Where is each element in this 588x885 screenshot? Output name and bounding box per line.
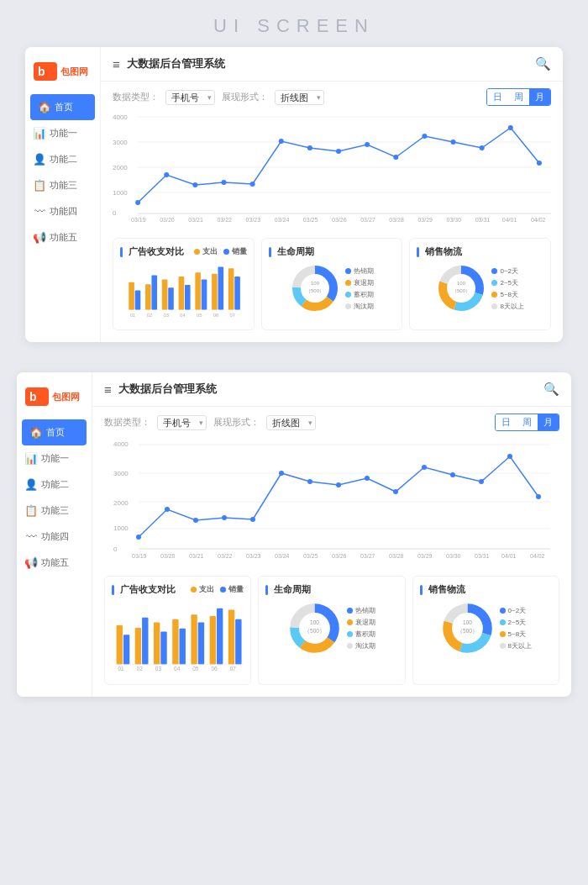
sidebar-item-func4[interactable]: 〰 功能四 [25,198,100,224]
sidebar-item-func1-2[interactable]: 📊 功能一 [17,445,92,471]
sidebar-label-func1-2: 功能一 [41,452,69,465]
svg-text:100: 100 [457,281,466,286]
svg-text:1000: 1000 [113,189,128,197]
svg-text:04/02: 04/02 [530,553,545,559]
svg-text:100: 100 [311,619,320,625]
svg-text:4000: 4000 [113,440,129,448]
tab-week[interactable]: 周 [508,89,529,105]
svg-rect-53 [218,267,224,310]
donut-chart-box-2: 销售物流 100 （500） [409,238,551,330]
search-icon-2[interactable]: 🔍 [543,381,559,398]
svg-rect-44 [145,284,151,309]
svg-text:06: 06 [213,313,218,318]
tab-month-2[interactable]: 月 [538,414,559,430]
search-icon[interactable]: 🔍 [534,55,551,72]
sidebar-label-func4-2: 功能四 [41,530,69,543]
svg-text:1000: 1000 [113,524,129,532]
svg-point-16 [250,182,255,187]
svg-text:2000: 2000 [113,499,129,507]
svg-text:03/21: 03/21 [188,217,203,222]
line-chart-area-1: 4000 3000 2000 1000 0 [101,113,563,231]
sidebar-item-func3[interactable]: 📋 功能三 [25,172,100,198]
sidebar-item-func5-2[interactable]: 📢 功能五 [17,550,92,576]
svg-text:02: 02 [147,313,152,318]
tab-day[interactable]: 日 [487,89,508,105]
svg-point-99 [450,472,455,477]
sidebar-item-home-2[interactable]: 🏠 首页 [22,419,87,445]
sidebar-item-func2-2[interactable]: 👤 功能二 [17,471,92,498]
svg-point-24 [480,145,485,150]
svg-rect-126 [191,614,197,664]
page-header: UI SCREEN [0,0,588,47]
svg-text:03: 03 [155,666,162,672]
svg-text:03/31: 03/31 [475,217,491,222]
sidebar-label-home-2: 首页 [46,426,65,439]
svg-text:04/01: 04/01 [501,553,517,559]
logo-text-2: 包图网 [52,391,80,403]
logo-area: b 包图网 [25,55,100,94]
line-chart-area-2: 4000 3000 2000 1000 0 [92,438,571,569]
donut-legend-4: 0~2天 2~5天 5~8天 8天以上 [500,606,532,651]
svg-point-17 [279,139,284,144]
donut-legend-3: 热销期 衰退期 蓄积期 淘汰期 [347,606,375,651]
type-select-wrap: 手机号 [165,90,215,105]
svg-point-97 [393,489,398,494]
donut-title-2: 销售物流 [417,245,543,258]
svg-text:100: 100 [463,619,472,625]
type-select-2[interactable]: 手机号 [157,415,207,430]
svg-rect-54 [228,268,234,309]
svg-text:01: 01 [118,666,124,672]
svg-point-20 [365,142,370,147]
svg-point-101 [507,454,512,459]
svg-text:03/23: 03/23 [246,553,261,559]
tab-week-2[interactable]: 周 [517,414,538,430]
bar-chart-svg-1: 01 02 03 04 05 06 07 [120,261,247,320]
svg-point-89 [165,507,170,512]
svg-text:（500）: （500） [457,628,478,635]
tab-month[interactable]: 月 [529,89,550,105]
svg-text:3000: 3000 [113,139,128,146]
svg-text:4000: 4000 [113,113,128,121]
svg-text:03/27: 03/27 [360,553,375,559]
svg-text:03/26: 03/26 [332,553,347,559]
display-select-wrap: 折线图 [275,90,324,105]
svg-point-98 [422,465,427,470]
display-select[interactable]: 折线图 [275,90,324,105]
func1-icon-2: 📊 [25,453,37,465]
svg-rect-55 [234,277,240,310]
svg-text:03/25: 03/25 [303,217,318,222]
sidebar-label-func4: 功能四 [50,205,77,218]
sidebar-item-home[interactable]: 🏠 首页 [30,94,95,120]
sidebar-item-func3-2[interactable]: 📋 功能三 [17,498,92,524]
svg-text:（500）: （500） [452,288,470,294]
sidebar-label-func3: 功能三 [50,179,77,192]
donut-legend-1: 热销期 衰退期 蓄积期 淘汰期 [345,266,374,311]
svg-text:b: b [29,390,37,403]
sidebar-item-func4-2[interactable]: 〰 功能四 [17,524,92,550]
sidebar-item-func1[interactable]: 📊 功能一 [25,120,100,146]
svg-point-21 [393,155,398,160]
tab-day-2[interactable]: 日 [496,414,517,430]
charts-row-2: 广告收支对比 支出 销量 [92,569,571,697]
donut-chart-box-4: 销售物流 100 （500） [412,576,559,685]
sidebar-item-func2[interactable]: 👤 功能二 [25,146,100,172]
sidebar-item-func5[interactable]: 📢 功能五 [25,224,100,250]
svg-text:03/21: 03/21 [189,553,204,559]
type-select[interactable]: 手机号 [165,90,215,105]
svg-text:03/25: 03/25 [303,553,318,559]
svg-rect-130 [228,610,234,665]
sidebar-label-func5-2: 功能五 [41,556,69,569]
menu-icon-2: ≡ [104,382,112,397]
svg-rect-48 [179,277,185,310]
time-tabs-2: 日 周 月 [495,414,559,431]
type-select-wrap-2: 手机号 [157,415,207,430]
svg-text:03: 03 [163,313,168,318]
svg-point-23 [451,140,456,145]
type-label: 数据类型： [113,91,159,103]
svg-text:（500）: （500） [306,288,324,294]
svg-rect-129 [217,608,223,665]
svg-text:（500）: （500） [305,628,326,635]
display-select-2[interactable]: 折线图 [266,415,316,430]
svg-text:04: 04 [174,666,181,672]
svg-point-13 [164,172,169,177]
